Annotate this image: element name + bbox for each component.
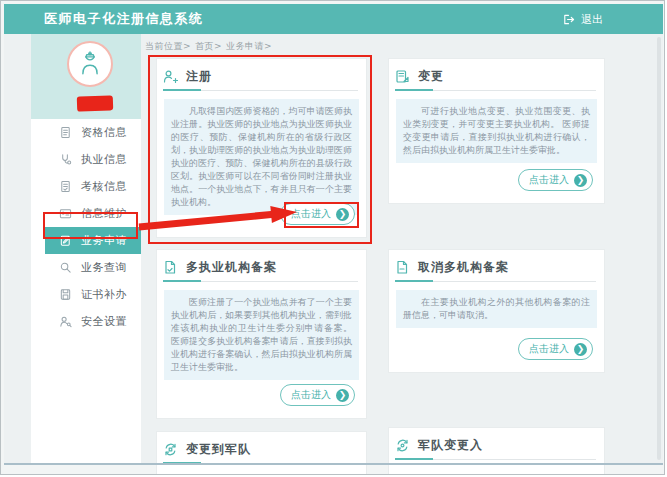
sidebar-item-qualification[interactable]: 资格信息 [31,119,141,146]
doctor-icon [74,48,106,80]
certificate-icon [59,288,72,301]
divider [395,281,596,282]
card-title: 变更 [418,68,444,85]
divider [395,90,596,91]
card-header: 多执业机构备案 [157,250,366,276]
breadcrumb: 当前位置>首页>业务申请> [145,40,276,53]
window-bottom-edge [4,463,663,465]
user-key-icon [59,315,72,328]
app-window: 医师电子化注册信息系统 退出 [0,0,665,475]
card-header: 取消多机构备案 [389,250,604,276]
sidebar-item-label: 业务申请 [81,233,127,248]
sidebar-item-security-settings[interactable]: 安全设置 [31,308,141,335]
redacted-username [77,95,114,111]
stethoscope-icon [59,153,72,166]
card-multi-org-filing: 多执业机构备案 医师注册了一个执业地点并有了一个主要执业机构后，如果要到其他机构… [156,249,367,419]
document-icon [59,126,72,139]
chevron-right-icon: ❯ [574,343,587,356]
main-area: 资格信息 执业信息 考核信息 [4,34,663,463]
sidebar: 资格信息 执业信息 考核信息 [31,34,141,463]
form-edit-icon [395,69,410,84]
content: 当前位置>首页>业务申请> 注册 凡取得国内医师资格的，均可申请医师执业注册。执… [141,34,663,463]
card-register: 注册 凡取得国内医师资格的，均可申请医师执业注册。执业医师的执业地点为执业医师执… [156,58,367,238]
chevron-right-icon: ❯ [574,174,587,187]
sidebar-item-business-apply[interactable]: 业务申请 [45,227,141,254]
breadcrumb-current: 业务申请> [226,41,272,51]
divider [163,90,358,91]
card-title: 注册 [186,68,212,85]
scrollbar[interactable] [657,37,661,460]
sidebar-item-business-query[interactable]: 业务查询 [31,254,141,281]
transfer-icon [163,442,178,457]
sidebar-item-label: 安全设置 [81,314,127,329]
search-icon [59,261,72,274]
id-card-icon [59,207,72,220]
sidebar-item-practice[interactable]: 执业信息 [31,146,141,173]
card-description: 在主要执业机构之外的其他机构备案的注册信息，可申请取消。 [396,290,597,328]
enter-button-label: 点击进入 [291,388,331,402]
app-title: 医师电子化注册信息系统 [44,4,204,34]
card-header: 注册 [157,59,366,85]
card-description: 可进行执业地点变更、执业范围变更、执业类别变更，并可变更主要执业机构。 医师提交… [396,99,597,163]
app-header: 医师电子化注册信息系统 退出 [4,4,663,34]
sidebar-menu: 资格信息 执业信息 考核信息 [31,119,141,335]
chevron-right-icon: ❯ [336,389,349,402]
sidebar-item-label: 证书补办 [81,287,127,302]
card-header: 变更到军队 [157,432,366,458]
enter-button-label: 点击进入 [291,207,331,221]
avatar [67,41,113,87]
logout-label: 退出 [581,12,603,27]
divider [163,281,358,282]
sidebar-item-label: 资格信息 [81,125,127,140]
card-header: 军队变更入 [389,428,604,454]
card-title: 军队变更入 [418,437,483,454]
sidebar-item-info-maintenance[interactable]: 信息维护 [31,200,141,227]
breadcrumb-prefix: 当前位置> [145,41,191,51]
card-title: 变更到军队 [186,441,251,458]
card-transfer-to-military: 变更到军队 [156,431,367,475]
file-icon [395,260,410,275]
card-description: 医师注册了一个执业地点并有了一个主要执业机构后，如果要到其他机构执业，需到批准该… [164,290,359,380]
sidebar-item-label: 业务查询 [81,260,127,275]
sidebar-item-label: 考核信息 [81,179,127,194]
edit-document-icon [59,234,72,247]
card-title: 多执业机构备案 [186,259,277,276]
card-description: 凡取得国内医师资格的，均可申请医师执业注册。执业医师的执业地点为执业医师执业的医… [164,99,359,215]
transfer-in-icon [395,438,410,453]
enter-button[interactable]: 点击进入 ❯ [518,169,593,191]
report-check-icon [59,180,72,193]
file-check-icon [163,260,178,275]
card-change: 变更 可进行执业地点变更、执业范围变更、执业类别变更，并可变更主要执业机构。 医… [388,58,605,204]
sidebar-item-certificate-reissue[interactable]: 证书补办 [31,281,141,308]
card-transfer-from-military: 军队变更入 [388,427,605,475]
logout-icon [562,13,575,26]
enter-button[interactable]: 点击进入 ❯ [280,203,355,225]
logout-button[interactable]: 退出 [562,4,603,34]
card-cancel-multi-org-filing: 取消多机构备案 在主要执业机构之外的其他机构备案的注册信息，可申请取消。 点击进… [388,249,605,373]
add-user-icon [163,69,178,84]
breadcrumb-home[interactable]: 首页> [195,41,222,51]
sidebar-item-assessment[interactable]: 考核信息 [31,173,141,200]
divider [395,459,596,460]
avatar-panel [31,34,141,119]
enter-button-label: 点击进入 [529,173,569,187]
enter-button-label: 点击进入 [529,342,569,356]
chevron-right-icon: ❯ [336,208,349,221]
sidebar-item-label: 信息维护 [81,206,127,221]
enter-button[interactable]: 点击进入 ❯ [518,338,593,360]
card-header: 变更 [389,59,604,85]
card-title: 取消多机构备案 [418,259,509,276]
sidebar-item-label: 执业信息 [81,152,127,167]
enter-button[interactable]: 点击进入 ❯ [280,384,355,406]
